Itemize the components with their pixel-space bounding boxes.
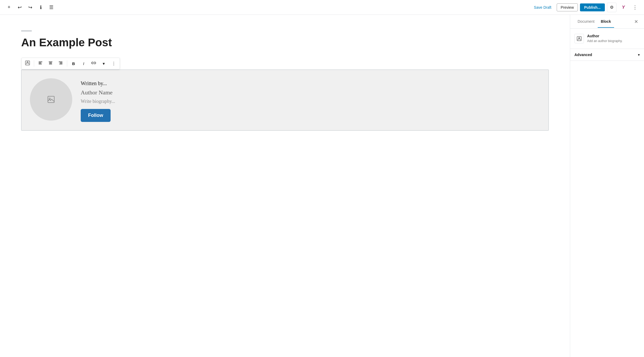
link-button[interactable] — [89, 59, 98, 68]
align-center-icon — [48, 60, 53, 67]
toolbar-divider-1 — [34, 60, 34, 67]
align-left-icon — [38, 60, 43, 67]
svg-rect-3 — [39, 63, 41, 63]
author-info: Written by... Author Name Write biograph… — [81, 78, 115, 122]
svg-rect-5 — [49, 62, 52, 62]
bold-button[interactable]: B — [69, 59, 78, 68]
yoast-icon: Y — [622, 5, 625, 10]
preview-button[interactable]: Preview — [557, 3, 578, 11]
list-icon: ☰ — [49, 4, 53, 10]
toolbar-divider-2 — [67, 60, 67, 67]
publish-button[interactable]: Publish... — [580, 3, 605, 11]
add-icon: + — [8, 4, 11, 10]
block-info-text: Author Add an author biography. — [587, 34, 623, 43]
block-description: Add an author biography. — [587, 39, 623, 43]
block-info-section: Author Add an author biography. — [570, 29, 644, 49]
tab-block[interactable]: Block — [598, 16, 614, 28]
follow-button[interactable]: Follow — [81, 109, 111, 122]
post-separator — [21, 31, 32, 31]
link-dropdown-button[interactable]: ▾ — [99, 59, 108, 68]
undo-button[interactable]: ↩ — [15, 3, 24, 12]
save-draft-button[interactable]: Save Draft — [531, 4, 555, 11]
sidebar: Document Block ✕ Author Add an author bi… — [570, 15, 644, 357]
svg-rect-7 — [49, 64, 52, 64]
author-block-icon — [25, 60, 30, 67]
editor-area: An Example Post Here's a paragraph. — [0, 15, 570, 357]
written-by-text[interactable]: Written by... — [81, 80, 115, 86]
tab-document[interactable]: Document — [574, 16, 598, 28]
close-sidebar-button[interactable]: ✕ — [632, 18, 640, 25]
main-layout: An Example Post Here's a paragraph. — [0, 15, 644, 357]
advanced-toggle-button[interactable]: Advanced ▾ — [570, 49, 644, 61]
list-view-button[interactable]: ☰ — [47, 3, 56, 12]
add-block-button[interactable]: + — [4, 3, 14, 12]
close-icon: ✕ — [634, 19, 638, 25]
chevron-down-icon: ▾ — [103, 61, 105, 66]
block-name-label: Author — [587, 34, 623, 38]
undo-icon: ↩ — [18, 4, 22, 10]
info-button[interactable]: ℹ — [36, 3, 46, 12]
sidebar-tabs: Document Block ✕ — [570, 15, 644, 29]
more-options-button[interactable]: ⋮ — [630, 3, 640, 12]
italic-icon: I — [83, 61, 84, 66]
block-type-button[interactable] — [23, 59, 32, 68]
toolbar-left: + ↩ ↪ ℹ ☰ — [4, 3, 530, 12]
author-block-wrapper: B I ▾ — [21, 70, 549, 131]
info-icon: ℹ — [40, 4, 42, 10]
align-right-button[interactable] — [56, 59, 65, 68]
svg-point-12 — [49, 98, 51, 99]
bold-icon: B — [72, 61, 75, 66]
italic-button[interactable]: I — [79, 59, 88, 68]
svg-rect-6 — [49, 63, 52, 63]
advanced-label: Advanced — [574, 53, 592, 57]
more-block-options-button[interactable]: ⋮ — [109, 59, 119, 68]
toolbar-right: Save Draft Preview Publish... ⚙ Y ⋮ — [531, 3, 640, 12]
gear-icon: ⚙ — [610, 5, 614, 10]
author-avatar[interactable] — [30, 78, 72, 121]
biography-text[interactable]: Write biography... — [81, 99, 115, 104]
block-toolbar: B I ▾ — [21, 58, 120, 69]
author-name-text[interactable]: Author Name — [81, 89, 115, 96]
align-right-icon — [58, 60, 63, 67]
svg-rect-4 — [39, 64, 42, 64]
link-icon — [91, 60, 96, 67]
more-icon: ⋮ — [633, 4, 637, 10]
chevron-down-icon: ▾ — [638, 53, 640, 57]
align-left-button[interactable] — [36, 59, 45, 68]
top-toolbar: + ↩ ↪ ℹ ☰ Save Draft Preview Publish... … — [0, 0, 644, 15]
redo-icon: ↪ — [28, 4, 32, 10]
redo-button[interactable]: ↪ — [25, 3, 35, 12]
more-options-icon: ⋮ — [112, 61, 116, 66]
svg-rect-8 — [59, 62, 62, 62]
author-block-content: Written by... Author Name Write biograph… — [21, 70, 548, 130]
svg-rect-2 — [39, 62, 42, 62]
align-center-button[interactable] — [46, 59, 55, 68]
svg-point-14 — [579, 38, 580, 39]
svg-rect-10 — [59, 64, 62, 64]
yoast-button[interactable]: Y — [619, 3, 628, 12]
settings-button[interactable]: ⚙ — [607, 3, 616, 12]
post-title[interactable]: An Example Post — [21, 36, 549, 49]
advanced-section: Advanced ▾ — [570, 49, 644, 61]
block-icon — [574, 34, 584, 43]
svg-rect-9 — [60, 63, 62, 63]
